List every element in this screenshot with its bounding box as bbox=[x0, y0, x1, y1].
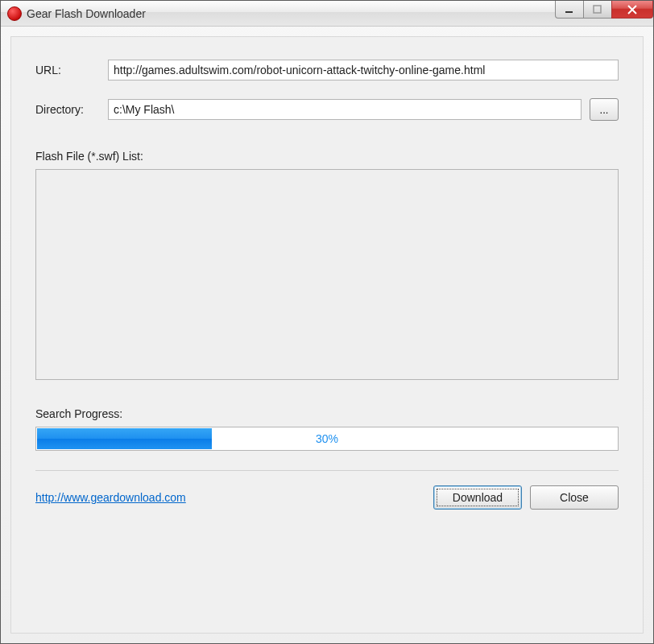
window-title: Gear Flash Downloader bbox=[27, 7, 146, 20]
minimize-icon bbox=[565, 5, 574, 14]
browse-button[interactable]: ... bbox=[590, 98, 619, 121]
minimize-button[interactable] bbox=[555, 1, 584, 19]
url-input[interactable] bbox=[108, 60, 619, 80]
url-row: URL: bbox=[35, 60, 619, 80]
flash-list-label: Flash File (*.swf) List: bbox=[35, 150, 619, 163]
close-dialog-button-label: Close bbox=[560, 491, 589, 504]
download-button[interactable]: Download bbox=[433, 485, 522, 510]
close-button[interactable] bbox=[611, 1, 653, 19]
browse-button-label: ... bbox=[600, 104, 609, 116]
progress-bar: 30% bbox=[35, 427, 619, 451]
footer-row: http://www.geardownload.com Download Clo… bbox=[35, 485, 619, 510]
svg-rect-1 bbox=[594, 6, 601, 13]
flash-file-list[interactable] bbox=[35, 169, 619, 380]
url-label: URL: bbox=[35, 64, 108, 76]
close-dialog-button[interactable]: Close bbox=[530, 485, 619, 510]
directory-row: Directory: ... bbox=[35, 98, 619, 121]
svg-rect-0 bbox=[565, 11, 573, 13]
maximize-button bbox=[583, 1, 612, 19]
maximize-icon bbox=[593, 5, 602, 14]
application-window: Gear Flash Downloader URL: Directory: ..… bbox=[0, 0, 654, 644]
directory-input[interactable] bbox=[108, 99, 582, 120]
titlebar[interactable]: Gear Flash Downloader bbox=[1, 1, 653, 27]
window-controls bbox=[556, 1, 653, 20]
progress-label: Search Progress: bbox=[35, 407, 619, 420]
progress-text: 30% bbox=[36, 427, 618, 450]
close-icon bbox=[627, 4, 638, 15]
website-link[interactable]: http://www.geardownload.com bbox=[35, 491, 186, 504]
directory-label: Directory: bbox=[35, 103, 108, 116]
divider bbox=[35, 470, 619, 471]
app-icon bbox=[7, 6, 22, 21]
content-panel: URL: Directory: ... Flash File (*.swf) L… bbox=[10, 36, 644, 634]
download-button-label: Download bbox=[453, 491, 503, 504]
